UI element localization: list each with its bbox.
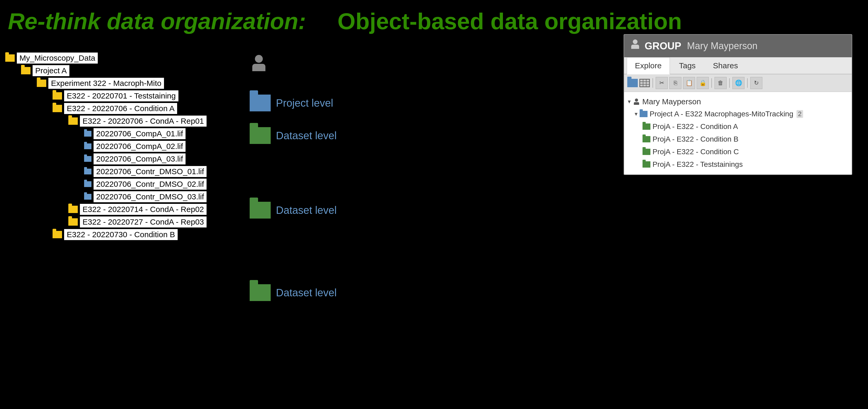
tree-project: ▾ Project A - E322 Macrophages-MitoTrack… [627,108,849,120]
list-item: E322 - 20220714 - CondA - Rep02 [68,204,207,215]
toolbar-separator [729,78,730,88]
file-blue-icon [84,181,91,187]
person-body [252,64,266,71]
tree-expand-arrow[interactable]: ▾ [634,111,638,118]
tree-item-label: E322 - 20220706 - CondA - Rep01 [80,116,207,127]
list-item: Experiment 322 - Macroph-Mito [37,78,207,89]
dataset-level-row-1: Dataset level [250,127,337,144]
tree-expand-arrow[interactable]: ▾ [628,98,631,105]
file-blue-icon [84,169,91,175]
toolbar-folder-button[interactable] [627,79,638,87]
project-folder-icon [250,95,271,112]
main-header: Re-think data organization: Object-based… [8,8,682,35]
toolbar-refresh-button[interactable]: ↻ [750,77,762,89]
group-label: GROUP [645,40,681,52]
dataset-folder-small-icon [643,149,650,155]
dataset-label-3: ProjA - E322 - Condition C [652,148,739,156]
tree-item-label: 20220706_CompA_03.lif [94,153,186,164]
toolbar-copy-button[interactable]: ⎘ [669,77,681,89]
grid-cell [643,82,646,84]
file-blue-icon [84,144,91,149]
folder-yellow-icon [37,80,46,87]
tree-item-label: E322 - 20220714 - CondA - Rep02 [80,204,207,215]
list-item: 20220706_Contr_DMSO_02.lif [84,179,207,190]
toolbar-paste-button[interactable]: 📋 [683,77,695,89]
grid-cell [647,85,649,87]
user-name-label: Mary Mayperson [687,40,757,52]
omero-panel: GROUP Mary Mayperson Explore Tags Shares [624,34,852,175]
file-blue-icon [84,156,91,162]
folder-yellow-icon [5,54,15,62]
dataset-folder-small-icon [643,136,650,143]
person-icon [250,53,268,73]
tab-shares[interactable]: Shares [705,57,746,74]
tree-item-label: E322 - 20220730 - Condition B [64,229,178,240]
user-icon [633,98,640,105]
middle-icons: Project level Dataset level Dataset leve… [250,53,337,309]
list-item: E322 - 20220727 - CondA - Rep03 [68,216,207,227]
dataset-level-label-3: Dataset level [276,287,337,299]
project-level-row: Project level [250,95,337,112]
dataset-folder-icon-3 [250,284,271,301]
dataset-level-label-1: Dataset level [276,130,337,141]
tree-item-label: 20220706_Contr_DMSO_02.lif [94,179,207,190]
toolbar-separator [711,78,712,88]
grid-cell [640,85,643,87]
dataset-label-4: ProjA - E322 - Teststainings [652,160,743,169]
list-item: 20220706_Contr_DMSO_03.lif [84,191,207,202]
list-item: Project A [21,65,207,76]
title-right: Object-based data organization [337,8,682,35]
omero-person-head [633,39,638,44]
tree-root: My_Microscopy_Data [5,53,207,64]
toolbar-globe-button[interactable]: 🌐 [733,77,744,89]
dataset-folder-small-icon [643,161,650,167]
tree-dataset-1: ProjA - E322 - Condition A [627,120,849,133]
tree-item-label: 20220706_CompA_01.lif [94,128,186,139]
tab-explore[interactable]: Explore [627,57,670,74]
grid-cell [640,80,643,82]
omero-tabs: Explore Tags Shares [624,57,852,74]
project-badge: 2 [797,110,803,118]
tree-item-label: Project A [33,65,69,76]
dataset-label-2: ProjA - E322 - Condition B [652,135,739,144]
folder-yellow-icon [53,231,62,238]
omero-header: GROUP Mary Mayperson [624,35,852,57]
tree-item-label: E322 - 20220701 - Teststaining [64,90,179,101]
list-item: E322 - 20220701 - Teststaining [53,90,207,101]
tab-tags[interactable]: Tags [671,57,704,74]
toolbar-separator [747,78,748,88]
project-label: Project A - E322 Macrophages-MitoTrackin… [650,110,794,118]
folder-yellow-icon [68,206,78,213]
list-item: E322 - 20220706 - CondA - Rep01 [68,116,207,127]
person-head [255,55,263,63]
tree-dataset-2: ProjA - E322 - Condition B [627,133,849,146]
folder-yellow-icon [68,218,78,226]
toolbar-delete-button[interactable]: 🗑 [715,77,726,89]
toolbar-lock-button[interactable]: 🔒 [697,77,709,89]
grid-cell [643,80,646,82]
project-folder-small-icon [640,111,648,117]
dataset-level-label-2: Dataset level [276,204,337,216]
root-user-label: Mary Mayperson [642,97,701,106]
list-item: E322 - 20220706 - Condition A [53,103,207,114]
folder-yellow-icon [68,118,78,125]
list-item: 20220706_CompA_01.lif [84,128,207,139]
dataset-folder-small-icon [643,123,650,130]
grid-cell [643,85,646,87]
dataset-folder-icon-2 [250,202,271,219]
toolbar-grid-button[interactable] [639,79,650,87]
dataset-folder-icon [250,127,271,144]
grid-cell [647,80,649,82]
tree-item-label: 20220706_CompA_02.lif [94,141,186,152]
dataset-level-row-3: Dataset level [250,284,337,301]
list-item: E322 - 20220730 - Condition B [53,229,207,240]
tree-item-label: E322 - 20220727 - CondA - Rep03 [80,216,207,227]
folder-yellow-icon [21,67,30,74]
tree-item-label: 20220706_Contr_DMSO_03.lif [94,191,207,202]
tree-dataset-3: ProjA - E322 - Condition C [627,146,849,158]
folder-yellow-icon [53,105,62,112]
grid-cell [640,82,643,84]
file-tree: My_Microscopy_Data Project A Experiment … [5,53,207,242]
toolbar-cut-button[interactable]: ✂ [656,77,668,89]
tree-item-label: 20220706_Contr_DMSO_01.lif [94,166,207,177]
